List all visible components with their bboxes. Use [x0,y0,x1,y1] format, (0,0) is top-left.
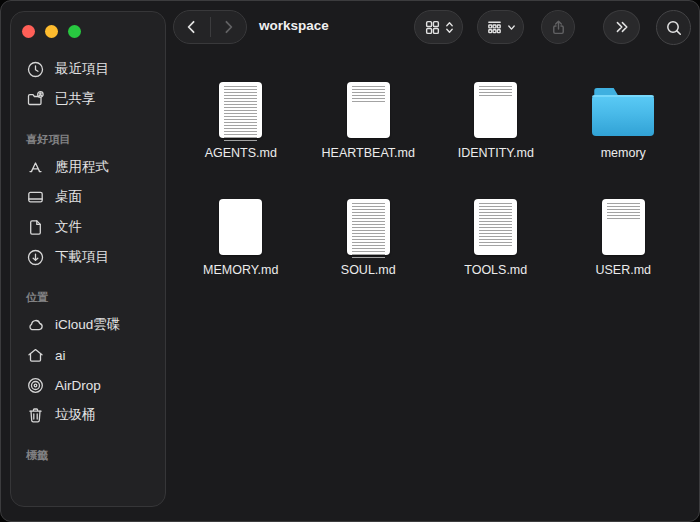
more-toolbar-items-button[interactable] [603,10,640,44]
traffic-lights [22,25,81,38]
sidebar-item-label: ai [55,348,66,363]
grid-view-icon [424,19,441,36]
sidebar-item-airdrop[interactable]: AirDrop [11,370,165,400]
markdown-file-icon [219,199,262,255]
sidebar-item-icloud[interactable]: iCloud雲碟 [11,310,165,340]
airdrop-icon [25,376,45,395]
sidebar-section-locations: 位置 [11,284,165,310]
minimize-button[interactable] [45,25,58,38]
sidebar-section-tags: 標籤 [11,442,165,468]
file-item-agents-md[interactable]: AGENTS.md [177,63,305,180]
sidebar-item-applications[interactable]: 應用程式 [11,152,165,182]
search-button[interactable] [656,10,691,45]
markdown-file-icon [347,199,390,255]
sidebar-item-downloads[interactable]: 下載項目 [11,242,165,272]
sidebar-item-label: 應用程式 [55,158,109,176]
markdown-file-icon [474,82,517,138]
chevron-down-icon [507,23,516,32]
sidebar-item-label: iCloud雲碟 [55,316,120,334]
sidebar: 最近項目 已共享 喜好項目 應用程式 桌面 [10,11,166,507]
downloads-icon [25,248,45,267]
file-item-identity-md[interactable]: IDENTITY.md [432,63,560,180]
group-by-icon [486,19,503,36]
file-label: HEARTBEAT.md [322,146,415,160]
share-icon [550,19,567,36]
forward-button[interactable] [211,11,247,43]
group-by-button[interactable] [477,10,524,44]
markdown-file-icon [347,82,390,138]
sidebar-item-label: 下載項目 [55,248,109,266]
sidebar-item-trash[interactable]: 垃圾桶 [11,400,165,430]
sidebar-item-desktop[interactable]: 桌面 [11,182,165,212]
finder-window: 最近項目 已共享 喜好項目 應用程式 桌面 [0,0,700,522]
sidebar-item-label: 垃圾桶 [55,406,96,424]
markdown-file-icon [474,199,517,255]
window-title: workspace [259,18,329,33]
sidebar-item-label: 桌面 [55,188,82,206]
sidebar-item-label: 文件 [55,218,82,236]
back-button[interactable] [174,11,210,43]
sidebar-item-label: AirDrop [55,378,101,393]
shared-folder-icon [25,90,45,109]
file-item-user-md[interactable]: USER.md [560,180,688,297]
clock-icon [25,60,45,79]
document-icon [25,218,45,237]
back-chevron-icon [183,18,201,36]
double-chevron-right-icon [613,18,631,36]
file-grid: AGENTS.md HEARTBEAT.md IDENTITY.md memor… [177,63,689,297]
sidebar-item-label: 最近項目 [55,60,109,78]
nav-pill [173,10,247,44]
home-icon [25,346,45,365]
file-label: IDENTITY.md [458,146,534,160]
sidebar-item-documents[interactable]: 文件 [11,212,165,242]
desktop-icon [25,188,45,207]
folder-item-memory[interactable]: memory [560,63,688,180]
markdown-file-icon [602,199,645,255]
sidebar-item-home-ai[interactable]: ai [11,340,165,370]
sidebar-item-label: 已共享 [55,90,96,108]
app-store-icon [25,158,45,177]
close-button[interactable] [22,25,35,38]
view-switcher-button[interactable] [414,10,463,44]
file-item-soul-md[interactable]: SOUL.md [305,180,433,297]
sidebar-list: 最近項目 已共享 喜好項目 應用程式 桌面 [11,54,165,468]
zoom-button[interactable] [68,25,81,38]
search-icon [665,19,683,37]
file-label: memory [601,146,646,160]
file-label: TOOLS.md [464,263,527,277]
cloud-icon [25,316,45,335]
folder-icon [592,88,654,136]
file-label: USER.md [595,263,651,277]
trash-icon [25,406,45,425]
share-button[interactable] [541,10,575,44]
file-label: SOUL.md [341,263,396,277]
sidebar-item-shared[interactable]: 已共享 [11,84,165,114]
file-item-tools-md[interactable]: TOOLS.md [432,180,560,297]
chevron-up-down-icon [445,20,454,35]
sidebar-section-favorites: 喜好項目 [11,126,165,152]
sidebar-item-recents[interactable]: 最近項目 [11,54,165,84]
file-item-memory-md[interactable]: MEMORY.md [177,180,305,297]
file-label: AGENTS.md [205,146,277,160]
forward-chevron-icon [219,18,237,36]
markdown-file-icon [219,82,262,138]
file-item-heartbeat-md[interactable]: HEARTBEAT.md [305,63,433,180]
file-label: MEMORY.md [203,263,278,277]
